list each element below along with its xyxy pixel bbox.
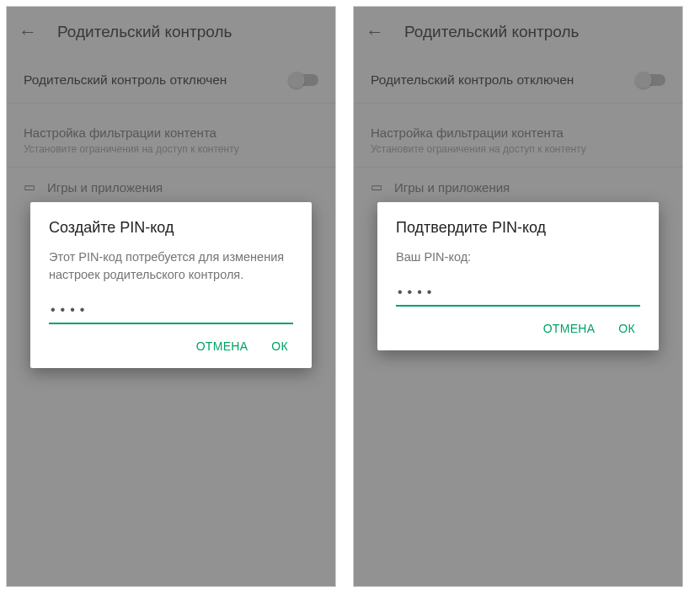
phone-left: ← Родительский контроль Родительский кон… <box>6 6 336 587</box>
create-pin-dialog: Создайте PIN-код Этот PIN-код потребуетс… <box>30 202 312 368</box>
cancel-button[interactable]: ОТМЕНА <box>543 322 596 335</box>
dialog-message: Этот PIN-код потребуется для изменения н… <box>49 248 293 284</box>
phone-right: ← Родительский контроль Родительский кон… <box>353 6 683 587</box>
modal-overlay: Создайте PIN-код Этот PIN-код потребуетс… <box>7 7 335 586</box>
dialog-title: Создайте PIN-код <box>49 219 293 237</box>
ok-button[interactable]: ОК <box>271 339 288 353</box>
dialog-message: Ваш PIN-код: <box>396 248 640 266</box>
cancel-button[interactable]: ОТМЕНА <box>196 339 248 353</box>
dialog-title: Подтвердите PIN-код <box>396 219 640 237</box>
dialog-actions: ОТМЕНА ОК <box>49 324 293 361</box>
dialog-actions: ОТМЕНА ОК <box>396 307 640 344</box>
ok-button[interactable]: ОК <box>618 322 635 335</box>
pin-input[interactable] <box>49 299 293 324</box>
pin-input[interactable] <box>396 281 640 307</box>
confirm-pin-dialog: Подтвердите PIN-код Ваш PIN-код: ОТМЕНА … <box>377 202 659 350</box>
modal-overlay: Подтвердите PIN-код Ваш PIN-код: ОТМЕНА … <box>354 7 682 586</box>
